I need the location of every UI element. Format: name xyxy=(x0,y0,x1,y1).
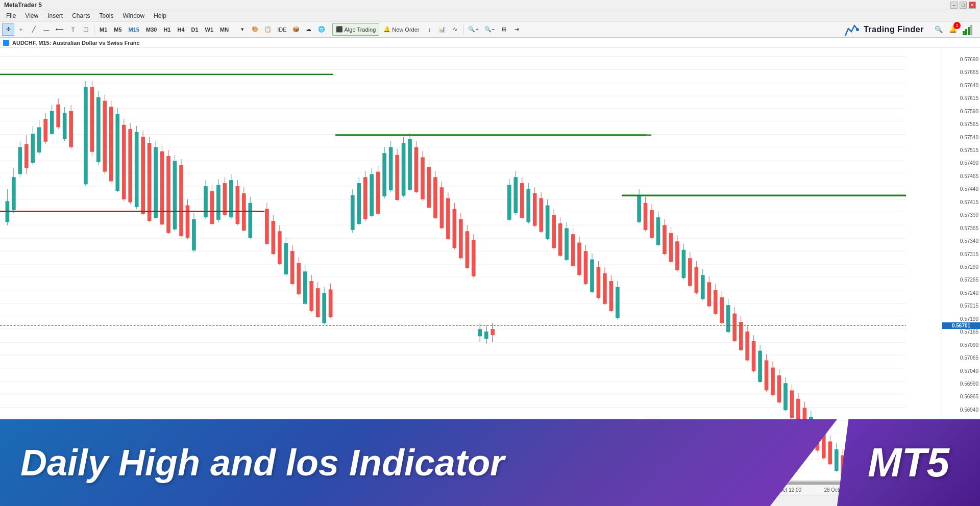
svg-rect-262 xyxy=(790,390,794,418)
chart-template-btn[interactable]: 📋 xyxy=(262,23,274,36)
close-button[interactable]: ✕ xyxy=(969,2,976,9)
svg-rect-194 xyxy=(558,223,562,256)
svg-rect-128 xyxy=(322,293,326,323)
svg-rect-176 xyxy=(491,329,495,335)
svg-rect-240 xyxy=(720,297,724,323)
algo-trading-icon: ⬛ xyxy=(336,26,343,33)
tab-audchf[interactable]: AUDCHF,M15 xyxy=(251,496,292,505)
svg-rect-166 xyxy=(459,219,463,259)
menu-item-file[interactable]: File xyxy=(2,11,20,20)
zoom-in-tool[interactable]: + xyxy=(15,23,27,36)
price-label: 0.57515 xyxy=(960,147,978,153)
svg-rect-132 xyxy=(351,195,355,230)
tab-eosusd[interactable]: EOSUSD,M30 xyxy=(45,496,87,505)
menu-item-window[interactable]: Window xyxy=(119,11,149,20)
new-order-btn[interactable]: 🔔 New Order xyxy=(380,23,423,36)
tf-w1[interactable]: W1 xyxy=(202,24,217,35)
tf-m1[interactable]: M1 xyxy=(96,24,110,35)
svg-rect-84 xyxy=(166,156,170,233)
time-label: 24 Oct 21:45 xyxy=(311,487,340,493)
line-tool[interactable]: — xyxy=(40,23,53,36)
auto-scroll-btn[interactable]: ⇥ xyxy=(510,23,523,36)
svg-rect-46 xyxy=(37,127,41,152)
sep-2 xyxy=(234,24,234,35)
chart-type-group: ▾ 🎨 📋 IDE 📦 ☁ 🌐 xyxy=(236,23,327,36)
minimize-button[interactable]: – xyxy=(950,2,958,9)
svg-rect-94 xyxy=(204,186,208,217)
wave-btn[interactable]: ∿ xyxy=(449,23,461,36)
menu-item-charts[interactable]: Charts xyxy=(68,11,94,20)
svg-rect-270 xyxy=(816,425,820,450)
grid-btn[interactable]: ⊞ xyxy=(498,23,510,36)
history-btn[interactable]: ↕ xyxy=(423,23,435,36)
price-label: 0.57215 xyxy=(960,303,978,309)
text-tool[interactable]: T xyxy=(67,23,79,36)
objects-btn[interactable]: 📦 xyxy=(290,23,302,36)
time-label: 25 Oct 10:00 xyxy=(466,487,495,493)
svg-rect-260 xyxy=(783,383,788,410)
maximize-button[interactable]: □ xyxy=(960,2,967,9)
time-label: 28 Oct 12:00 xyxy=(772,487,801,493)
svg-rect-274 xyxy=(828,441,832,464)
svg-rect-126 xyxy=(316,288,320,317)
zoom-in-btn[interactable]: 🔍+ xyxy=(465,23,481,36)
time-label: 24 Oct 05:45 xyxy=(104,487,133,493)
svg-rect-76 xyxy=(141,137,145,214)
tf-h4[interactable]: H4 xyxy=(174,24,187,35)
svg-point-1 xyxy=(856,28,859,31)
draw-tool[interactable]: ╱ xyxy=(28,23,40,36)
svg-rect-98 xyxy=(216,185,220,220)
svg-rect-212 xyxy=(616,287,620,318)
tab-chfjpy[interactable]: CHFJPY,H4 xyxy=(214,496,250,505)
svg-rect-188 xyxy=(539,198,543,232)
tab-dogeusd[interactable]: DOGEUSD,M15 xyxy=(88,496,134,505)
menu-bar: FileViewInsertChartsToolsWindowHelp xyxy=(0,10,980,21)
time-label: 24 Oct 09:45 xyxy=(155,487,184,493)
tf-m15[interactable]: M15 xyxy=(126,24,142,35)
tab-audnzd[interactable]: AUDNZD,M15 xyxy=(2,496,44,505)
menu-item-tools[interactable]: Tools xyxy=(95,11,118,20)
svg-rect-146 xyxy=(395,155,399,200)
title-bar-left: MetaTrader 5 xyxy=(4,2,42,9)
svg-rect-264 xyxy=(796,399,800,426)
candle-group-left xyxy=(6,81,196,252)
svg-rect-206 xyxy=(597,267,601,298)
tf-mn[interactable]: MN xyxy=(217,24,232,35)
search-icon[interactable]: 🔍 xyxy=(933,24,944,35)
algo-trading-btn[interactable]: ⬛ Algo Trading xyxy=(332,23,380,36)
price-label: 0.57615 xyxy=(960,95,978,101)
tf-m5[interactable]: M5 xyxy=(111,24,125,35)
tab-eurusd[interactable]: EURUSD,H4 xyxy=(174,496,213,505)
cloud-btn[interactable]: ☁ xyxy=(303,23,315,36)
chart-main[interactable] xyxy=(0,48,942,480)
hline-tool[interactable]: ⟵ xyxy=(53,23,66,36)
notification-icon[interactable]: 🔔 1 xyxy=(947,24,959,35)
svg-rect-82 xyxy=(160,151,164,225)
logo-text: Trading Finder xyxy=(864,25,924,34)
chart-type-btn[interactable]: ▾ xyxy=(236,23,249,36)
current-price-badge: 0.56701 xyxy=(942,322,980,329)
zoom-out-btn[interactable]: 🔍− xyxy=(482,23,497,36)
svg-rect-152 xyxy=(414,147,419,192)
tf-h1[interactable]: H1 xyxy=(160,24,174,35)
cursor-tool[interactable]: ✛ xyxy=(2,23,14,36)
menu-item-insert[interactable]: Insert xyxy=(43,11,67,20)
menu-item-view[interactable]: View xyxy=(21,11,42,20)
scroll-bar[interactable] xyxy=(0,480,942,485)
indicators-btn[interactable]: IDE xyxy=(275,23,289,36)
tab-cadchf[interactable]: CADCHF,H1 xyxy=(135,496,173,505)
svg-rect-64 xyxy=(103,101,107,172)
svg-rect-244 xyxy=(732,314,737,341)
shapes-tool[interactable]: ◫ xyxy=(80,23,92,36)
mini-chart-btn[interactable]: 📊 xyxy=(436,23,448,36)
tf-d1[interactable]: D1 xyxy=(188,24,202,35)
chart-svg xyxy=(0,48,906,480)
web-btn[interactable]: 🌐 xyxy=(315,23,328,36)
chart-color-btn[interactable]: 🎨 xyxy=(249,23,261,36)
price-label: 0.57040 xyxy=(960,368,978,374)
svg-rect-294 xyxy=(892,459,896,478)
time-label: 28 Oct 00:00 xyxy=(622,487,651,493)
tf-m30[interactable]: M30 xyxy=(143,24,160,35)
menu-item-help[interactable]: Help xyxy=(150,11,170,20)
svg-rect-276 xyxy=(835,449,839,471)
